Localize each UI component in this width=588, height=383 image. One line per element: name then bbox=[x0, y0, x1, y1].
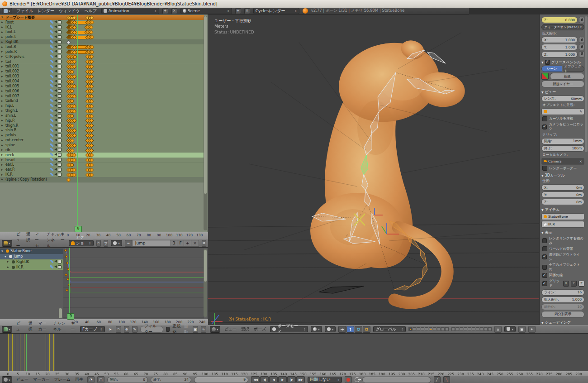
expand-icon[interactable]: ▸ bbox=[1, 70, 5, 73]
axis-toggle-x[interactable]: X bbox=[563, 281, 569, 287]
mute-speaker-icon[interactable] bbox=[54, 40, 57, 43]
mode-select[interactable]: ポーズモード bbox=[270, 326, 308, 332]
mute-speaker-icon[interactable] bbox=[54, 134, 57, 136]
current-frame-flag[interactable]: 9 bbox=[75, 226, 82, 232]
modifier-wrench-icon[interactable] bbox=[50, 265, 53, 268]
modifier-wrench-icon[interactable] bbox=[50, 20, 53, 24]
section-checkbox[interactable] bbox=[545, 60, 550, 65]
value-field[interactable]: Z:1.000 bbox=[541, 51, 578, 57]
keyframe-diamond[interactable] bbox=[72, 94, 76, 99]
menu-item[interactable]: フレーム bbox=[52, 377, 72, 383]
filter-button[interactable]: フィルター bbox=[140, 326, 163, 333]
modifier-wrench-icon[interactable] bbox=[50, 153, 53, 156]
modifier-wrench-icon[interactable] bbox=[50, 60, 53, 63]
expand-icon[interactable]: ▸ bbox=[1, 20, 5, 24]
modifier-wrench-icon[interactable] bbox=[50, 134, 53, 137]
graph-corner-scrollbar[interactable] bbox=[59, 308, 62, 318]
graph-playhead[interactable] bbox=[69, 248, 70, 319]
lock-icon[interactable] bbox=[58, 84, 62, 88]
expand-icon[interactable]: ▸ bbox=[1, 114, 5, 117]
graph-tree-row[interactable]: ▸IK.R bbox=[0, 264, 63, 270]
value-field[interactable]: Y:1.000 bbox=[541, 44, 578, 50]
layer-toggle[interactable] bbox=[425, 327, 428, 331]
mute-speaker-icon[interactable] bbox=[54, 75, 57, 77]
modifier-wrench-icon[interactable] bbox=[50, 260, 53, 263]
ghost-curve-icon[interactable]: ◠ bbox=[116, 326, 121, 333]
lock-icon[interactable] bbox=[58, 55, 62, 58]
timeline-keyframe-line[interactable] bbox=[24, 334, 24, 371]
datablock-field[interactable]: ✎ bbox=[541, 108, 584, 115]
lock-icon[interactable] bbox=[58, 134, 62, 137]
layer-toggle[interactable] bbox=[488, 327, 492, 331]
lock-icon[interactable] bbox=[58, 104, 62, 108]
modifier-wrench-icon[interactable] bbox=[50, 35, 53, 38]
mute-speaker-icon[interactable] bbox=[54, 148, 57, 151]
modifier-wrench-icon[interactable] bbox=[50, 80, 53, 83]
graph-tree-row[interactable]: ▾Jump bbox=[0, 254, 63, 259]
render-opengl-icon[interactable]: ✦ bbox=[528, 326, 536, 333]
timeline-keyframe-line[interactable] bbox=[16, 334, 16, 371]
keyframe-diamond[interactable] bbox=[72, 119, 76, 123]
expand-icon[interactable]: ▸ bbox=[1, 163, 5, 167]
menu-item[interactable]: ビュー bbox=[223, 326, 238, 332]
panel-section-header[interactable]: ▼3Dカーソル bbox=[541, 173, 584, 178]
mute-speaker-icon[interactable] bbox=[54, 65, 57, 67]
lock-icon[interactable]: ⌂ bbox=[494, 326, 502, 333]
lock-icon[interactable] bbox=[58, 144, 62, 147]
axis-toggle-y[interactable]: Y bbox=[571, 281, 577, 287]
layer-toggle[interactable] bbox=[433, 327, 436, 331]
scene-select[interactable]: Scene bbox=[180, 8, 232, 14]
screen-layout-select[interactable]: Animation bbox=[101, 8, 159, 14]
scale-manipulator-icon[interactable] bbox=[363, 326, 370, 333]
action-name-field[interactable]: Jump bbox=[132, 240, 171, 247]
play-reverse-button[interactable]: ◀ bbox=[269, 376, 278, 383]
render-engine-select[interactable]: Cyclesレンダー bbox=[253, 8, 299, 14]
checkbox[interactable] bbox=[542, 254, 547, 259]
play-button[interactable]: ▶ bbox=[278, 376, 287, 383]
modifier-wrench-icon[interactable] bbox=[50, 75, 53, 78]
expand-icon[interactable]: ▸ bbox=[1, 40, 5, 44]
dope-channel-row[interactable]: ▸(spine : Copy Rotation) bbox=[0, 177, 204, 182]
lock-icon[interactable] bbox=[58, 30, 62, 34]
lock-icon[interactable] bbox=[58, 153, 62, 157]
expand-icon[interactable]: ▸ bbox=[1, 89, 5, 93]
lock-icon[interactable] bbox=[579, 51, 584, 57]
modifier-wrench-icon[interactable] bbox=[50, 144, 53, 147]
menu-item[interactable]: マーカー bbox=[32, 377, 51, 383]
keyframe-diamond[interactable] bbox=[72, 84, 76, 89]
graph-tree-row[interactable]: ▸RightIK bbox=[0, 259, 63, 265]
lock-icon[interactable] bbox=[58, 129, 62, 132]
lock-icon[interactable] bbox=[58, 260, 62, 263]
modifier-wrench-icon[interactable] bbox=[50, 163, 53, 166]
checkbox[interactable] bbox=[542, 124, 547, 129]
modifier-wrench-icon[interactable] bbox=[50, 45, 53, 48]
snapshot-icon[interactable]: ▣ bbox=[193, 326, 198, 333]
graph-tree-row[interactable]: ▾StatueBone bbox=[0, 249, 63, 254]
delete-keyframe-icon[interactable]: ╲ bbox=[443, 376, 450, 383]
eyedropper-icon[interactable]: ✎ bbox=[579, 110, 582, 114]
pivot-select[interactable] bbox=[325, 326, 336, 332]
mute-speaker-icon[interactable] bbox=[54, 104, 57, 107]
menu-item[interactable]: ビュー bbox=[15, 377, 30, 383]
lock-icon[interactable] bbox=[58, 50, 62, 53]
checkbox[interactable] bbox=[542, 116, 547, 121]
menu-item[interactable]: 再生 bbox=[74, 377, 85, 383]
lock-icon[interactable] bbox=[579, 44, 584, 50]
orientation-select[interactable]: グローバル bbox=[373, 326, 406, 332]
layer-toggle[interactable] bbox=[472, 327, 475, 331]
expand-icon[interactable]: ▸ bbox=[7, 260, 10, 263]
mute-speaker-icon[interactable] bbox=[54, 30, 57, 33]
next-keyframe-button[interactable]: |▶ bbox=[287, 376, 296, 383]
layer-toggle[interactable] bbox=[476, 327, 479, 331]
modifier-wrench-icon[interactable] bbox=[50, 158, 53, 161]
expand-icon[interactable]: ▸ bbox=[1, 153, 5, 157]
value-field[interactable]: 拡大縮小:1.000 bbox=[541, 297, 584, 303]
lock-icon[interactable] bbox=[58, 163, 62, 167]
datablock-field[interactable]: IK.R bbox=[541, 221, 584, 228]
lock-icon[interactable] bbox=[58, 265, 62, 269]
lock-icon[interactable] bbox=[58, 139, 62, 142]
layer-toggle[interactable] bbox=[421, 327, 424, 331]
gpencil-tab[interactable]: オブジェクト bbox=[564, 66, 584, 72]
copy-icon[interactable]: ⧉ bbox=[202, 240, 206, 247]
keyframe-diamond[interactable] bbox=[72, 153, 76, 158]
